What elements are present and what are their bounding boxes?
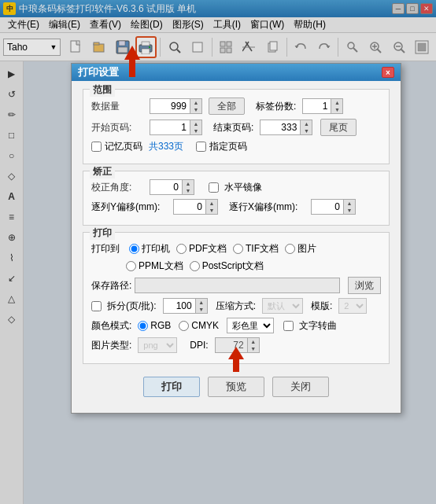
print-to-radio-group-2: PPML文档 PostScript文档 (126, 259, 264, 273)
color-mode-label: 颜色模式: (91, 319, 131, 333)
row-x-field[interactable]: 0 (312, 200, 343, 214)
dpi-up[interactable]: ▲ (248, 338, 259, 345)
print-row-1: 打印到 打印机 PDF文档 (91, 242, 381, 256)
ppml-label: PPML文档 (139, 259, 183, 273)
mirror-checkbox[interactable] (209, 182, 219, 193)
split-field[interactable]: 100 (164, 299, 195, 313)
print-row-4: 拆分(页/批): 100 ▲ ▼ 压缩方式: 默认 模版: (91, 298, 381, 314)
end-page-field[interactable]: 333 (260, 120, 300, 134)
rgb-radio[interactable] (138, 321, 148, 331)
printer-label: 打印机 (142, 242, 170, 256)
cmyk-radio-item: CMYK (179, 320, 219, 331)
image-radio[interactable] (285, 244, 295, 254)
pdf-radio[interactable] (176, 244, 187, 254)
angle-input[interactable]: 0 ▲ ▼ (150, 179, 194, 195)
copies-down[interactable]: ▼ (331, 106, 342, 113)
data-qty-up[interactable]: ▲ (190, 99, 201, 106)
print-to-radio-group: 打印机 PDF文档 TIF文档 (129, 242, 316, 256)
close-footer-button[interactable]: 关闭 (272, 377, 329, 397)
text-curve-checkbox[interactable] (283, 321, 294, 331)
dialog-content: 范围 数据量 999 ▲ ▼ 全部 标签份数: (72, 81, 401, 413)
save-path-input[interactable] (135, 278, 340, 293)
copies-input[interactable]: 1 ▲ ▼ (302, 98, 343, 114)
row-x-label: 逐行X偏移(mm): (229, 200, 308, 214)
mode-select[interactable]: 2 (338, 298, 367, 314)
start-page-down[interactable]: ▼ (190, 127, 201, 134)
correction-section-title: 矫正 (90, 165, 115, 178)
row-y-up[interactable]: ▲ (206, 200, 217, 207)
correction-row-2: 逐列Y偏移(mm): 0 ▲ ▼ 逐行X偏移(mm): 0 (91, 199, 381, 215)
print-section-title: 打印 (90, 226, 115, 240)
compress-select[interactable]: 默认 (262, 298, 303, 314)
row-x-down[interactable]: ▼ (344, 207, 355, 214)
split-input[interactable]: 100 ▲ ▼ (163, 298, 208, 314)
data-qty-field[interactable]: 999 (150, 99, 190, 113)
specify-page-label: 指定页码 (209, 140, 247, 153)
last-page-button[interactable]: 尾页 (320, 119, 357, 136)
angle-down[interactable]: ▼ (183, 187, 194, 194)
dialog-close-button[interactable]: × (382, 67, 394, 78)
range-row-3: 记忆页码 共333页 指定页码 (91, 140, 381, 153)
dialog-footer: 打印 预览 关闭 (83, 370, 390, 405)
save-path-label: 保存路径: (91, 279, 131, 292)
copies-up[interactable]: ▲ (331, 99, 342, 106)
angle-up[interactable]: ▲ (183, 180, 194, 187)
end-page-spinners: ▲ ▼ (300, 120, 312, 134)
dpi-down[interactable]: ▼ (248, 345, 259, 352)
total-pages-link[interactable]: 共333页 (149, 140, 183, 153)
start-page-input[interactable]: 1 ▲ ▼ (150, 120, 202, 135)
copies-field[interactable]: 1 (303, 99, 331, 113)
row-x-up[interactable]: ▲ (344, 200, 355, 207)
end-page-input[interactable]: 333 ▲ ▼ (260, 120, 312, 135)
preview-button[interactable]: 预览 (208, 377, 264, 397)
angle-field[interactable]: 0 (150, 180, 182, 194)
row-y-down[interactable]: ▼ (206, 207, 217, 214)
end-page-down[interactable]: ▼ (301, 127, 312, 134)
specify-page-checkbox[interactable] (196, 142, 206, 152)
compress-label: 压缩方式: (216, 300, 256, 313)
printer-radio[interactable] (129, 244, 139, 254)
ppml-radio-item: PPML文档 (126, 259, 183, 273)
cmyk-radio[interactable] (179, 321, 189, 331)
print-to-label: 打印到 (91, 242, 126, 256)
row-x-spinners: ▲ ▼ (343, 200, 355, 214)
tif-radio[interactable] (233, 244, 243, 254)
image-type-label: 图片类型: (91, 339, 131, 352)
tif-label: TIF文档 (246, 242, 279, 256)
remember-page-label: 记忆页码 (105, 140, 142, 153)
row-y-field[interactable]: 0 (174, 200, 205, 214)
split-checkbox[interactable] (91, 301, 102, 311)
mode-label: 模版: (311, 300, 332, 313)
svg-marker-34 (228, 347, 244, 372)
remember-page-checkbox[interactable] (91, 142, 102, 152)
rgb-radio-item: RGB (138, 320, 171, 331)
data-qty-down[interactable]: ▼ (190, 106, 201, 113)
start-page-field[interactable]: 1 (150, 120, 190, 134)
range-row-1: 数据量 999 ▲ ▼ 全部 标签份数: 1 (91, 97, 381, 115)
row-y-input[interactable]: 0 ▲ ▼ (173, 199, 218, 215)
angle-label: 校正角度: (91, 181, 146, 194)
end-page-up[interactable]: ▲ (301, 120, 312, 127)
data-qty-input[interactable]: 999 ▲ ▼ (150, 98, 202, 114)
correction-section: 矫正 校正角度: 0 ▲ ▼ 水平镜像 (83, 171, 390, 226)
split-up[interactable]: ▲ (196, 299, 207, 306)
ppml-radio[interactable] (126, 261, 136, 271)
color-select[interactable]: 彩色里 (227, 318, 274, 333)
print-dialog: 打印设置 × 范围 数据量 999 ▲ ▼ (71, 63, 401, 414)
split-spinners: ▲ ▼ (195, 299, 207, 313)
all-button[interactable]: 全部 (209, 97, 245, 115)
postscript-radio[interactable] (190, 261, 200, 271)
range-section: 范围 数据量 999 ▲ ▼ 全部 标签份数: (83, 89, 390, 164)
browse-button[interactable]: 浏览 (348, 277, 381, 294)
copies-label: 标签份数: (256, 100, 296, 113)
image-radio-item: 图片 (285, 242, 316, 256)
split-down[interactable]: ▼ (196, 306, 207, 313)
dialog-overlay: 打印设置 × 范围 数据量 999 ▲ ▼ (0, 0, 436, 504)
start-page-up[interactable]: ▲ (190, 120, 201, 127)
dpi-label: DPI: (190, 340, 208, 351)
row-x-input[interactable]: 0 ▲ ▼ (311, 199, 356, 215)
tif-radio-item: TIF文档 (233, 242, 279, 256)
split-label: 拆分(页/批): (107, 300, 157, 313)
image-type-select[interactable]: png (138, 337, 177, 353)
print-button[interactable]: 打印 (143, 377, 200, 397)
